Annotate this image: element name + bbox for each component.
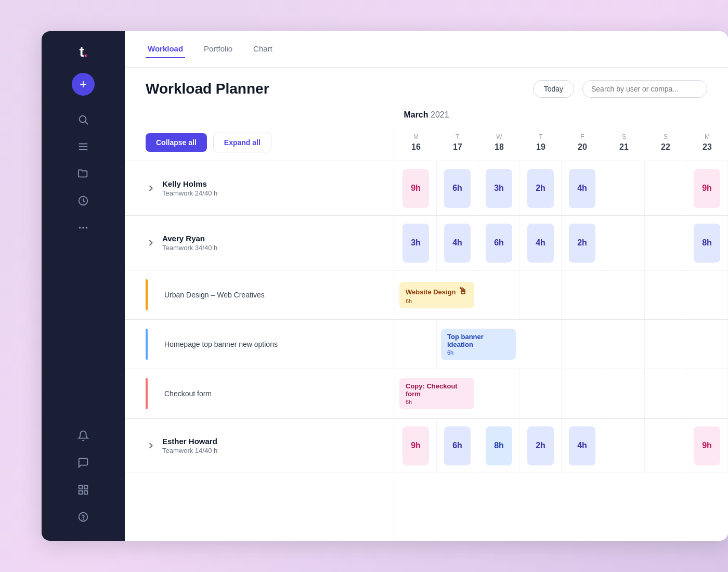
day-header-1: T 17 bbox=[437, 124, 478, 161]
day-number-6: 22 bbox=[661, 142, 670, 152]
avery-block-1[interactable]: 4h bbox=[444, 224, 470, 263]
esther-block-0[interactable]: 9h bbox=[402, 426, 428, 465]
kelly-cell-7: 9h bbox=[686, 161, 728, 215]
banner-task-block[interactable]: Top banner ideation 6h bbox=[441, 329, 516, 360]
day-number-7: 23 bbox=[703, 142, 712, 152]
kelly-block-1[interactable]: 6h bbox=[444, 169, 470, 208]
banner-cell-3 bbox=[520, 320, 562, 369]
person-sub-esther: Teamwork 14/40 h bbox=[162, 447, 374, 454]
esther-cell-0: 9h bbox=[395, 419, 437, 473]
urban-cell-6 bbox=[645, 270, 686, 319]
clock-icon[interactable] bbox=[72, 189, 95, 212]
task-name-urban: Urban Design – Web Creatives bbox=[154, 291, 265, 299]
avery-cell-2: 6h bbox=[478, 216, 520, 270]
checkout-cell-3 bbox=[520, 369, 562, 418]
tab-workload[interactable]: Workload bbox=[146, 40, 185, 58]
task-row-banner: Homepage top banner new options bbox=[125, 320, 395, 369]
urban-cell-7 bbox=[686, 270, 728, 319]
day-letter-1: T bbox=[456, 133, 459, 140]
person-row-esther: Esther Howard Teamwork 14/40 h bbox=[125, 419, 395, 473]
collapse-all-button[interactable]: Collapse all bbox=[146, 133, 207, 152]
checkout-task-block[interactable]: Copy: Checkout form 6h bbox=[399, 378, 474, 409]
today-button[interactable]: Today bbox=[533, 80, 574, 98]
day-number-0: 16 bbox=[411, 142, 421, 152]
avery-block-4[interactable]: 2h bbox=[569, 224, 595, 263]
avery-block-7[interactable]: 8h bbox=[694, 224, 720, 263]
avery-cell-6 bbox=[645, 216, 686, 270]
folder-icon[interactable] bbox=[72, 162, 95, 185]
kelly-block-7[interactable]: 9h bbox=[694, 169, 720, 208]
banner-task-sub: 6h bbox=[447, 349, 510, 356]
grid-icon[interactable] bbox=[72, 478, 95, 501]
day-letter-3: T bbox=[539, 133, 542, 140]
kelly-block-2[interactable]: 3h bbox=[486, 169, 512, 208]
person-name-kelly: Kelly Holms bbox=[162, 179, 374, 188]
cal-row-urban: Website Design🖱 6h bbox=[395, 270, 728, 320]
person-sub-avery: Teamwork 34/40 h bbox=[162, 244, 374, 252]
chat-icon[interactable] bbox=[72, 451, 95, 474]
tab-chart[interactable]: Chart bbox=[251, 40, 275, 58]
checkout-task-sub: 6h bbox=[406, 399, 468, 405]
urban-task-block[interactable]: Website Design🖱 6h bbox=[399, 282, 474, 308]
day-headers: M 16 T 17 W 18 T 19 bbox=[395, 124, 728, 161]
avery-cell-5 bbox=[603, 216, 645, 270]
task-indicator-banner bbox=[146, 329, 148, 360]
person-info-esther: Esther Howard Teamwork 14/40 h bbox=[162, 437, 374, 454]
esther-block-4[interactable]: 4h bbox=[569, 426, 595, 465]
list-icon[interactable] bbox=[72, 135, 95, 158]
day-number-5: 21 bbox=[619, 142, 629, 152]
top-nav: Workload Portfolio Chart bbox=[125, 31, 728, 68]
urban-task-sub: 6h bbox=[406, 298, 468, 304]
esther-block-1[interactable]: 6h bbox=[444, 426, 470, 465]
right-panel: M 16 T 17 W 18 T 19 bbox=[395, 124, 728, 541]
avery-block-3[interactable]: 4h bbox=[527, 224, 553, 263]
add-button[interactable]: + bbox=[72, 73, 95, 96]
person-name-esther: Esther Howard bbox=[162, 437, 374, 446]
bell-icon[interactable] bbox=[72, 424, 95, 447]
cal-row-kelly: 9h 6h 3h 2h 4h bbox=[395, 161, 728, 216]
expand-arrow-kelly[interactable] bbox=[146, 183, 156, 193]
day-header-5: S 21 bbox=[603, 124, 645, 161]
search-input[interactable] bbox=[582, 80, 707, 98]
esther-cell-2: 8h bbox=[478, 419, 520, 473]
kelly-block-0[interactable]: 9h bbox=[402, 169, 428, 208]
kelly-cell-6 bbox=[645, 161, 686, 215]
svg-line-1 bbox=[85, 122, 88, 124]
ellipsis-icon[interactable] bbox=[72, 216, 95, 239]
esther-cell-4: 4h bbox=[562, 419, 603, 473]
expand-arrow-avery[interactable] bbox=[146, 238, 156, 248]
checkout-cell-6 bbox=[645, 369, 686, 418]
esther-cell-7: 9h bbox=[686, 419, 728, 473]
urban-cell-3 bbox=[520, 270, 562, 319]
expand-arrow-esther[interactable] bbox=[146, 440, 156, 451]
urban-cursor: 🖱 bbox=[458, 286, 467, 297]
banner-task-label: Top banner ideation bbox=[447, 333, 484, 348]
kelly-block-4[interactable]: 4h bbox=[569, 169, 595, 208]
esther-cell-1: 6h bbox=[437, 419, 478, 473]
esther-cell-3: 2h bbox=[520, 419, 562, 473]
avery-block-0[interactable]: 3h bbox=[402, 224, 428, 263]
year-value: 2021 bbox=[431, 110, 449, 119]
urban-cell-2 bbox=[478, 270, 520, 319]
day-header-4: F 20 bbox=[562, 124, 603, 161]
cal-row-checkout: Copy: Checkout form 6h bbox=[395, 369, 728, 419]
esther-block-7[interactable]: 9h bbox=[694, 426, 720, 465]
day-header-3: T 19 bbox=[520, 124, 562, 161]
search-icon[interactable] bbox=[72, 108, 95, 131]
kelly-block-3[interactable]: 2h bbox=[527, 169, 553, 208]
cal-row-banner: Top banner ideation 6h bbox=[395, 320, 728, 369]
avery-block-2[interactable]: 6h bbox=[486, 224, 512, 263]
day-letter-5: S bbox=[622, 133, 626, 140]
cal-row-avery: 3h 4h 6h 4h 2h bbox=[395, 216, 728, 270]
esther-block-2[interactable]: 8h bbox=[486, 426, 512, 465]
help-icon[interactable] bbox=[72, 505, 95, 528]
day-letter-0: M bbox=[413, 133, 419, 140]
checkout-task-block-container: Copy: Checkout form 6h bbox=[395, 369, 478, 418]
task-indicator-checkout bbox=[146, 378, 148, 409]
tab-portfolio[interactable]: Portfolio bbox=[202, 40, 235, 58]
esther-block-3[interactable]: 2h bbox=[527, 426, 553, 465]
expand-all-button[interactable]: Expand all bbox=[213, 133, 271, 152]
month-name: March bbox=[404, 110, 428, 119]
kelly-cell-3: 2h bbox=[520, 161, 562, 215]
svg-rect-12 bbox=[84, 491, 87, 494]
